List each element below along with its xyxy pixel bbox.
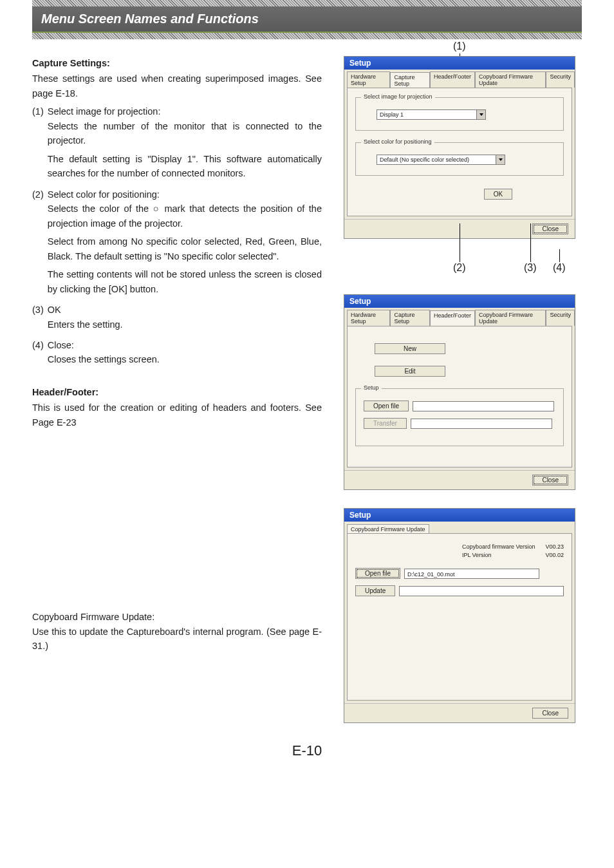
item2-num: (2) [32,187,44,300]
dropdown-display[interactable]: Display 1 [377,109,486,120]
setup-dialog-firmware: Setup Copyboard Firmware Update Copyboar… [344,508,575,723]
item1-body2: The default setting is "Display 1". This… [48,152,322,181]
fw-version-value: V00.23 [545,543,564,551]
capture-intro: These settings are used when creating su… [32,71,322,100]
tab-capture-setup[interactable]: Capture Setup [390,72,429,88]
item4-title: Close: [48,340,74,350]
item4-num: (4) [32,338,44,371]
group-image-projection: Select image for projection [361,93,435,100]
item2-title: Select color for positioning: [48,189,160,200]
ipl-version-value: V00.02 [545,551,564,560]
dropdown-color[interactable]: Default (No specific color selected) [377,155,505,165]
close-button[interactable]: Close [532,475,568,486]
item1-body1: Selects the number of the monitor that i… [48,119,322,148]
tab-firmware-update[interactable]: Copyboard Firmware Update [475,310,546,326]
chevron-down-icon[interactable] [476,110,485,119]
hf-body: This is used for the creation or editing… [32,401,322,429]
tab-security[interactable]: Security [546,310,575,326]
callout-4: (4) [553,262,566,274]
item2-body1: Selects the color of the ○ mark that det… [48,202,322,231]
open-file-field[interactable] [413,401,554,411]
group-color-positioning: Select color for positioning [361,138,434,145]
tab-firmware-update[interactable]: Copyboard Firmware Update [475,71,546,88]
item3-body1: Enters the setting. [48,317,322,332]
fw-heading: Copyboard Firmware Update: [32,612,154,622]
leader-3 [530,223,531,262]
tab-header-footer[interactable]: Header/Footer [430,71,475,88]
top-border-hatch [32,0,582,6]
callout-3: (3) [524,262,537,274]
dropdown-color-value: Default (No specific color selected) [377,156,496,163]
ipl-version-label: IPL Version [462,551,535,560]
page-title: Menu Screen Names and Functions [32,6,582,33]
tab-header-footer[interactable]: Header/Footer [430,310,475,326]
ok-button[interactable]: OK [484,189,512,200]
dlg1-title: Setup [344,57,575,70]
hf-heading: Header/Footer: [32,385,322,399]
close-button[interactable]: Close [532,223,568,234]
page-number: E-10 [32,742,582,759]
item2-body3: The setting contents will not be stored … [48,267,322,296]
leader-4 [559,249,560,262]
tab-firmware-update[interactable]: Copyboard Firmware Update [347,524,429,534]
callout-2: (2) [453,262,466,274]
dlg2-title: Setup [344,295,575,308]
tab-security[interactable]: Security [546,71,575,88]
new-button[interactable]: New [375,343,445,354]
item4-body1: Closes the settings screen. [48,352,322,366]
item1-title: Select image for projection: [48,106,161,117]
update-status-field[interactable] [399,586,564,596]
open-file-button[interactable]: Open file [355,568,400,579]
dlg3-tabs: Copyboard Firmware Update [344,522,575,533]
dlg1-tabs: Hardware Setup Capture Setup Header/Foot… [344,70,575,88]
fw-version-label: Copyboard firmware Version [462,543,535,551]
fw-body: Use this to update the Captureboard's in… [32,625,322,654]
tab-hardware-setup[interactable]: Hardware Setup [347,310,390,326]
item3-num: (3) [32,303,44,335]
bottom-border-hatch [32,33,582,39]
file-path-field[interactable]: D:\c12_01_00.mot [404,569,539,579]
callout-1: (1) [453,41,466,52]
setup-dialog-headerfooter: Setup Hardware Setup Capture Setup Heade… [344,294,575,490]
dlg2-tabs: Hardware Setup Capture Setup Header/Foot… [344,308,575,326]
close-button[interactable]: Close [532,708,568,719]
group-setup: Setup [361,384,382,391]
capture-heading: Capture Settings: [32,56,322,70]
item2-body2: Select from among No specific color sele… [48,234,322,263]
transfer-button[interactable]: Transfer [364,418,407,429]
leader-2 [460,223,460,262]
item3-title: OK [48,305,61,315]
item1-num: (1) [32,104,44,184]
dropdown-display-value: Display 1 [377,111,476,118]
update-button[interactable]: Update [355,585,395,596]
transfer-field[interactable] [411,419,552,429]
setup-dialog-capture: Setup Hardware Setup Capture Setup Heade… [344,56,575,239]
tab-hardware-setup[interactable]: Hardware Setup [347,71,390,88]
tab-capture-setup[interactable]: Capture Setup [390,310,429,326]
chevron-down-icon[interactable] [496,155,505,164]
edit-button[interactable]: Edit [375,366,445,377]
open-file-button[interactable]: Open file [364,401,409,411]
dlg3-title: Setup [344,509,575,522]
